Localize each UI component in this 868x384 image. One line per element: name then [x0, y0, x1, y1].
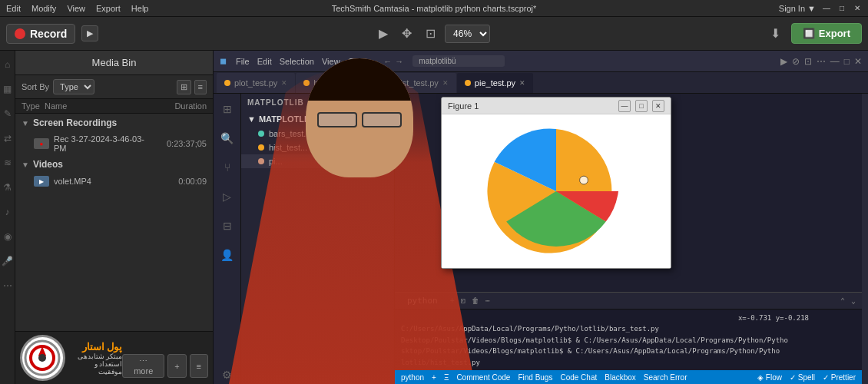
tab-plot-test[interactable]: plot_test.py ✕	[217, 73, 295, 93]
filter-icon[interactable]: ⚗	[1, 180, 14, 195]
select-tool-button[interactable]: ▶	[374, 23, 393, 44]
minimize-icon[interactable]: —	[830, 56, 840, 67]
debug-icon[interactable]: ⊘	[792, 56, 800, 67]
figure-close-button[interactable]: ✕	[652, 100, 664, 112]
mic-icon[interactable]: 🎤	[0, 253, 15, 269]
status-python[interactable]: python	[401, 373, 424, 382]
status-spell[interactable]: ✓ Spell	[790, 373, 815, 382]
crop-tool-button[interactable]: ⊡	[421, 23, 440, 44]
vscode-menu-go[interactable]: Go	[348, 57, 359, 66]
status-prettier[interactable]: ✓ Prettier	[823, 373, 856, 382]
menu-item-view[interactable]: View	[67, 4, 85, 13]
maximize-icon[interactable]: □	[844, 56, 850, 67]
vscode-menu-file[interactable]: File	[236, 57, 250, 66]
tab-pie-test[interactable]: pie_test.py ✕	[457, 73, 533, 93]
close-icon[interactable]: ✕	[854, 56, 862, 67]
settings-icon[interactable]: ⚙	[219, 366, 235, 384]
user-icon[interactable]: 👤	[217, 246, 237, 264]
explorer-more-icon[interactable]: ⋯	[379, 98, 388, 107]
status-search-error[interactable]: Search Error	[644, 373, 687, 382]
tab-bars-test[interactable]: bars_test.py ✕	[296, 73, 377, 93]
vscode-menu-selection[interactable]: Selection	[280, 57, 314, 66]
menu-item-help[interactable]: Help	[131, 4, 149, 13]
tab-hist-test[interactable]: hist_test.py ✕	[378, 73, 456, 93]
figure-minimize-button[interactable]: —	[618, 100, 631, 112]
vscode-search-bar[interactable]: matplotlibü	[412, 55, 505, 67]
tab-close-icon[interactable]: ✕	[442, 79, 449, 87]
run-icon[interactable]: ▶	[780, 56, 787, 67]
tab-close-icon[interactable]: ✕	[519, 79, 525, 87]
grid-view-button[interactable]: ⊞	[177, 80, 191, 94]
export-button[interactable]: 🔲 Export	[791, 23, 862, 44]
audio-icon[interactable]: ♪	[3, 204, 12, 220]
tab-close-icon[interactable]: ✕	[363, 79, 369, 87]
nav-back-icon[interactable]: ←	[383, 57, 392, 66]
zoom-select[interactable]: 46%	[445, 25, 490, 43]
vscode-scrollbar[interactable]	[862, 94, 868, 384]
brand-sub1: مبتکر شتابدهی	[78, 353, 123, 360]
figure-maximize-button[interactable]: □	[635, 100, 648, 112]
add-button[interactable]: +	[167, 354, 186, 378]
menu-item-modify[interactable]: Modify	[31, 4, 56, 13]
sign-in[interactable]: Sign In ▼	[779, 4, 816, 13]
home-icon[interactable]: ⌂	[2, 57, 12, 72]
media-icon[interactable]: ▦	[1, 81, 14, 97]
explorer-file-pie[interactable]: pi...	[241, 154, 394, 168]
figure-window[interactable]: Figure 1 — □ ✕	[441, 97, 671, 269]
more-button[interactable]: ⋯ more	[122, 354, 164, 378]
extensions-icon[interactable]: ⊟	[220, 217, 235, 235]
download-button[interactable]: ⬇	[766, 23, 785, 44]
run-debug-icon[interactable]: ▷	[220, 187, 234, 206]
menu-item-edit[interactable]: Edit	[6, 4, 21, 13]
terminal-maximize-icon[interactable]: ⌄	[851, 296, 856, 305]
list-button[interactable]: ≡	[190, 354, 208, 378]
more-icon[interactable]: ⋯	[1, 278, 15, 293]
more-icon[interactable]: ⋯	[817, 56, 826, 67]
explorer-icon[interactable]: ⊞	[220, 100, 235, 118]
move-tool-button[interactable]: ✥	[397, 23, 416, 44]
search-icon[interactable]: 🔍	[217, 129, 237, 147]
sort-select[interactable]: Type	[53, 79, 94, 94]
status-add-icon[interactable]: +	[432, 373, 436, 382]
terminal-tab[interactable]: python	[401, 296, 444, 306]
annotation-icon[interactable]: ✎	[2, 106, 14, 121]
status-code-chat[interactable]: Code Chat	[560, 373, 597, 382]
status-comment-code[interactable]: Comment Code	[456, 373, 510, 382]
behavior-icon[interactable]: ≋	[2, 155, 14, 170]
new-terminal-icon[interactable]: +	[450, 296, 455, 305]
vscode-menu-edit[interactable]: Edit	[257, 57, 272, 66]
record-dropdown-button[interactable]: ▶	[81, 25, 98, 41]
tab-close-icon[interactable]: ✕	[281, 79, 287, 87]
status-blackbox[interactable]: Blackbox	[605, 373, 636, 382]
figure-body	[442, 114, 671, 268]
terminal-line-3: sktop/Poulstar/Videos/Blogs/matplotlib$ …	[401, 346, 856, 356]
explorer-file-hist[interactable]: hist_test...	[241, 141, 394, 154]
status-list-icon[interactable]: Ξ	[444, 373, 449, 382]
vscode-menu-view[interactable]: View	[322, 57, 340, 66]
trash-terminal-icon[interactable]: 🗑	[472, 296, 479, 305]
list-view-button[interactable]: ≡	[194, 80, 207, 94]
explorer-file-bars[interactable]: bars_test.py	[241, 127, 394, 141]
menu-item-export[interactable]: Export	[96, 4, 121, 13]
minimize-button[interactable]: —	[822, 4, 831, 13]
terminal-minimize-icon[interactable]: ⌃	[840, 296, 845, 305]
video-item-1[interactable]: ▶ volet.MP4 0:00:09	[15, 174, 213, 189]
maximize-button[interactable]: □	[837, 4, 846, 13]
videos-section[interactable]: ▼ Videos	[15, 155, 213, 174]
transition-icon[interactable]: ⇄	[2, 131, 14, 146]
split-icon[interactable]: ⊡	[804, 56, 812, 67]
recording-item-1[interactable]: ● Rec 3-27-2024-3-46-03-PM 0:23:37;05	[15, 132, 213, 155]
nav-forward-icon[interactable]: →	[395, 57, 403, 66]
source-control-icon[interactable]: ⑂	[221, 158, 234, 177]
screen-recordings-section[interactable]: ▼ Screen Recordings	[15, 114, 213, 132]
explorer-folder[interactable]: ▼ MATPLOTLIB	[241, 111, 394, 127]
close-button[interactable]: ✕	[853, 4, 862, 13]
status-find-bugs[interactable]: Find Bugs	[518, 373, 552, 382]
split-terminal-icon[interactable]: ⊡	[461, 296, 465, 305]
record-button[interactable]: Record	[6, 24, 75, 44]
status-right: ◈ Flow ✓ Spell ✓ Prettier	[757, 373, 856, 382]
terminal-more-icon[interactable]: ⋯	[485, 296, 490, 305]
pointer-icon[interactable]: ◉	[2, 229, 14, 244]
status-flow[interactable]: ◈ Flow	[757, 373, 782, 382]
toolbar-right: ⬇ 🔲 Export	[766, 23, 862, 44]
